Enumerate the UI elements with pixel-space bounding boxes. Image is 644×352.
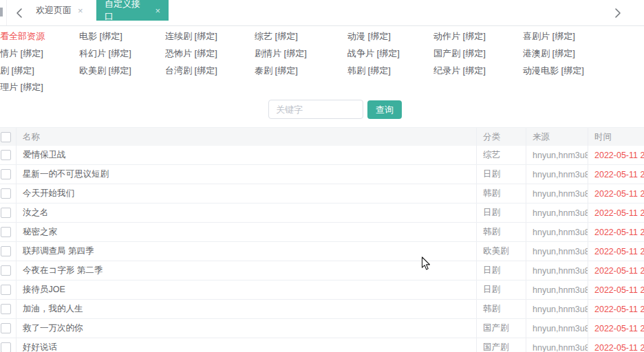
category-link[interactable]: 纪录片 [绑定] bbox=[433, 63, 523, 80]
row-time: 2022-05-11 20: bbox=[588, 242, 644, 261]
row-name: 好好说话 bbox=[17, 338, 477, 352]
row-checkbox-cell bbox=[0, 338, 17, 352]
row-time: 2022-05-11 20: bbox=[588, 146, 644, 164]
row-category: 国产剧 bbox=[477, 319, 526, 338]
row-source: hnyun,hnm3u8 bbox=[526, 300, 588, 318]
category-link[interactable]: 剧 [绑定] bbox=[0, 63, 79, 80]
row-source: hnyun,hnm3u8 bbox=[526, 319, 588, 338]
chevron-left-icon bbox=[14, 4, 25, 22]
row-checkbox-cell bbox=[0, 300, 17, 318]
select-all-checkbox[interactable] bbox=[1, 132, 11, 142]
tabs-scroll-right-button[interactable] bbox=[608, 3, 627, 23]
table-row: 今夜在コ字形 第二季 日剧 hnyun,hnm3u8 2022-05-11 20… bbox=[0, 261, 644, 280]
row-source: hnyun,hnm3u8 bbox=[526, 280, 588, 299]
row-checkbox-cell bbox=[0, 204, 17, 222]
close-tab-icon[interactable]: × bbox=[78, 6, 83, 15]
category-link[interactable]: 港澳剧 [绑定] bbox=[523, 45, 623, 63]
row-checkbox[interactable] bbox=[1, 227, 11, 237]
category-link[interactable]: 台湾剧 [绑定] bbox=[165, 63, 255, 80]
row-category: 欧美剧 bbox=[477, 242, 526, 261]
category-link[interactable]: 喜剧片 [绑定] bbox=[523, 28, 623, 45]
table-row: 接待员JOE 日剧 hnyun,hnm3u8 2022-05-11 20: bbox=[0, 280, 644, 300]
row-name: 星新一的不可思议短剧 bbox=[17, 165, 477, 184]
table-row: 联邦调查局 第四季 欧美剧 hnyun,hnm3u8 2022-05-11 20… bbox=[0, 242, 644, 261]
category-link[interactable]: 动漫电影 [绑定] bbox=[523, 63, 623, 80]
row-time: 2022-05-11 20: bbox=[588, 184, 644, 203]
row-time: 2022-05-11 20: bbox=[588, 223, 644, 241]
row-source: hnyun,hnm3u8 bbox=[526, 242, 588, 261]
row-name: 秘密之家 bbox=[17, 223, 477, 241]
keyword-input[interactable] bbox=[268, 100, 363, 119]
row-time: 2022-05-11 20: bbox=[588, 338, 644, 352]
row-checkbox[interactable] bbox=[1, 188, 11, 199]
category-link[interactable]: 理片 [绑定] bbox=[0, 79, 79, 96]
row-checkbox[interactable] bbox=[1, 304, 11, 314]
header-source: 来源 bbox=[526, 128, 588, 146]
category-link[interactable]: 动作片 [绑定] bbox=[433, 28, 523, 45]
row-time: 2022-05-11 20: bbox=[588, 261, 644, 280]
results-table: 名称 分类 来源 时间 爱情保卫战 综艺 hnyun,hnm3u8 2022-0… bbox=[0, 127, 644, 352]
table-row: 好好说话 国产剧 hnyun,hnm3u8 2022-05-11 20: bbox=[0, 338, 644, 352]
tabbar-left-divider bbox=[6, 0, 7, 25]
row-checkbox[interactable] bbox=[1, 323, 11, 333]
row-category: 韩剧 bbox=[477, 300, 526, 318]
chevron-right-icon bbox=[612, 4, 623, 22]
header-name: 名称 bbox=[17, 128, 477, 146]
header-time: 时间 bbox=[588, 128, 644, 146]
row-source: hnyun,hnm3u8 bbox=[526, 184, 588, 203]
row-name: 加油，我的人生 bbox=[17, 300, 477, 318]
category-link[interactable]: 韩剧 [绑定] bbox=[347, 63, 433, 80]
row-checkbox-cell bbox=[0, 184, 17, 203]
row-category: 日剧 bbox=[477, 261, 526, 280]
table-row: 今天开始我们 韩剧 hnyun,hnm3u8 2022-05-11 20: bbox=[0, 184, 644, 204]
row-name: 今夜在コ字形 第二季 bbox=[17, 261, 477, 280]
header-checkbox-cell bbox=[0, 128, 17, 146]
row-source: hnyun,hnm3u8 bbox=[526, 223, 588, 241]
row-category: 韩剧 bbox=[477, 223, 526, 241]
tab-label: 欢迎页面 bbox=[36, 4, 72, 16]
row-time: 2022-05-11 20: bbox=[588, 280, 644, 299]
category-link[interactable]: 动漫 [绑定] bbox=[347, 28, 433, 45]
row-checkbox[interactable] bbox=[1, 169, 11, 179]
row-checkbox[interactable] bbox=[1, 285, 11, 295]
category-link[interactable]: 综艺 [绑定] bbox=[255, 28, 347, 45]
category-link[interactable]: 剧情片 [绑定] bbox=[255, 45, 347, 63]
category-link[interactable]: 战争片 [绑定] bbox=[347, 45, 433, 63]
row-name: 救了一万次的你 bbox=[17, 319, 477, 338]
category-link[interactable]: 情片 [绑定] bbox=[0, 45, 79, 63]
category-link[interactable]: 电影 [绑定] bbox=[79, 28, 165, 45]
category-link[interactable]: 国产剧 [绑定] bbox=[433, 45, 523, 63]
row-checkbox[interactable] bbox=[1, 208, 11, 218]
tabs-scroll-left-button[interactable] bbox=[10, 3, 29, 23]
row-source: hnyun,hnm3u8 bbox=[526, 146, 588, 164]
row-checkbox-cell bbox=[0, 261, 17, 280]
table-header-row: 名称 分类 来源 时间 bbox=[0, 127, 644, 146]
row-checkbox[interactable] bbox=[1, 342, 11, 352]
category-link[interactable]: 连续剧 [绑定] bbox=[165, 28, 255, 45]
row-source: hnyun,hnm3u8 bbox=[526, 204, 588, 222]
category-link[interactable]: 欧美剧 [绑定] bbox=[79, 63, 165, 80]
table-row: 秘密之家 韩剧 hnyun,hnm3u8 2022-05-11 20: bbox=[0, 223, 644, 242]
category-link[interactable]: 泰剧 [绑定] bbox=[255, 63, 347, 80]
row-time: 2022-05-11 20: bbox=[588, 165, 644, 184]
tab-custom-api[interactable]: 自定义接口 × bbox=[96, 0, 169, 21]
tab-welcome-page[interactable]: 欢迎页面 × bbox=[28, 0, 92, 21]
category-link[interactable]: 恐怖片 [绑定] bbox=[165, 45, 255, 63]
category-link[interactable]: 科幻片 [绑定] bbox=[79, 45, 165, 63]
row-name: 联邦调查局 第四季 bbox=[17, 242, 477, 261]
row-category: 综艺 bbox=[477, 146, 526, 164]
row-name: 接待员JOE bbox=[17, 280, 477, 299]
row-category: 日剧 bbox=[477, 165, 526, 184]
category-link[interactable]: 看全部资源 bbox=[0, 28, 79, 45]
close-tab-icon[interactable]: × bbox=[155, 6, 160, 15]
row-checkbox-cell bbox=[0, 146, 17, 164]
row-checkbox-cell bbox=[0, 280, 17, 299]
row-checkbox[interactable] bbox=[1, 150, 11, 160]
row-checkbox[interactable] bbox=[1, 265, 11, 276]
table-row: 爱情保卫战 综艺 hnyun,hnm3u8 2022-05-11 20: bbox=[0, 146, 644, 165]
header-category: 分类 bbox=[477, 128, 526, 146]
query-button[interactable]: 查询 bbox=[367, 100, 402, 119]
row-category: 日剧 bbox=[477, 280, 526, 299]
row-checkbox[interactable] bbox=[1, 246, 11, 256]
row-time: 2022-05-11 20: bbox=[588, 204, 644, 222]
